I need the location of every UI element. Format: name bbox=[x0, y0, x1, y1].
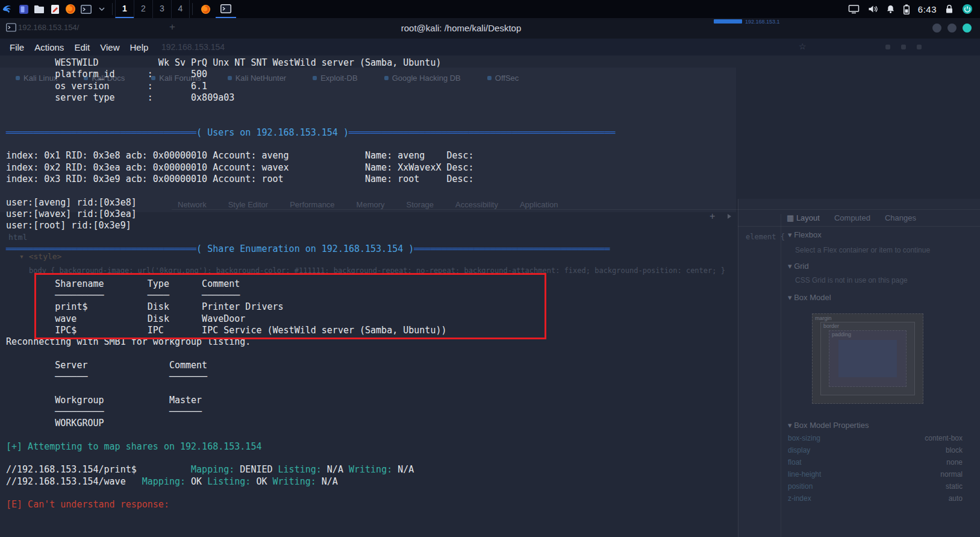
window-title: root@kali: /home/kali/Desktop bbox=[401, 23, 521, 33]
background-devtools-add-icon: + bbox=[710, 211, 715, 222]
annotation-box bbox=[34, 273, 546, 339]
box-model-content bbox=[838, 340, 897, 377]
property-name: float bbox=[788, 458, 802, 470]
background-box-model-properties: box-sizingcontent-boxdisplayblockfloatno… bbox=[788, 434, 963, 506]
property-value: auto bbox=[949, 494, 963, 506]
workspace-switcher: 1234 bbox=[115, 0, 190, 18]
background-box-model-diagram: margin border padding bbox=[812, 313, 923, 404]
minimize-button[interactable] bbox=[932, 24, 941, 33]
firefox-task-icon[interactable] bbox=[195, 0, 216, 18]
background-devtools-tab-layout: ▦ Layout bbox=[787, 213, 820, 222]
firefox-icon[interactable] bbox=[63, 0, 78, 18]
maximize-button[interactable] bbox=[947, 24, 957, 33]
property-name: z-index bbox=[788, 494, 811, 506]
clock[interactable]: 6:43 bbox=[918, 4, 937, 14]
terminal-line: Workgroup Master bbox=[6, 395, 615, 406]
terminal-launcher-icon[interactable] bbox=[78, 0, 94, 18]
property-value: content-box bbox=[925, 434, 963, 446]
terminal-line bbox=[6, 115, 615, 127]
background-grid-message: CSS Grid is not in use on this page bbox=[795, 276, 908, 284]
background-divider bbox=[781, 214, 781, 537]
screen-lock-icon[interactable] bbox=[945, 4, 953, 14]
background-extension-icon bbox=[901, 45, 906, 49]
terminal-line bbox=[6, 453, 615, 464]
power-icon[interactable] bbox=[962, 4, 973, 14]
box-model-padding: padding bbox=[829, 330, 907, 387]
terminal-line bbox=[6, 139, 615, 150]
terminal-line: Server Comment bbox=[6, 360, 615, 371]
terminal-line: WORKGROUP bbox=[6, 418, 615, 429]
terminal-window-icon bbox=[6, 23, 16, 32]
notifications-icon[interactable] bbox=[886, 4, 895, 14]
file-manager-icon[interactable] bbox=[31, 0, 47, 18]
terminal-line: user:[wavex] rid:[0x3ea] bbox=[6, 209, 615, 220]
background-devtools-tab-changes: Changes bbox=[885, 213, 916, 222]
terminal-line bbox=[6, 231, 615, 243]
background-box-model-property-row: z-indexauto bbox=[788, 494, 963, 506]
panel-divider bbox=[112, 3, 113, 15]
terminal-body[interactable]: Kali LinuxKali DocsKali ForumsKali NetHu… bbox=[0, 55, 980, 537]
terminal-line: os version : 6.1 bbox=[6, 81, 615, 92]
terminal-line: //192.168.153.154/wave Mapping: OK Listi… bbox=[6, 476, 615, 488]
volume-icon[interactable] bbox=[868, 5, 878, 13]
box-model-border: border bbox=[820, 322, 915, 395]
terminal-line: ────── ─────── bbox=[6, 371, 615, 383]
desktop-icon[interactable] bbox=[16, 0, 31, 18]
panel-divider bbox=[192, 3, 193, 15]
window-buttons bbox=[932, 24, 972, 33]
terminal-line: ═══════════════════════════════════( Use… bbox=[6, 127, 615, 139]
background-divider bbox=[738, 226, 980, 227]
background-extension-icon bbox=[917, 45, 922, 49]
terminal-line bbox=[6, 104, 615, 115]
terminal-line bbox=[6, 383, 615, 394]
background-grid-header: ▾ Grid bbox=[788, 262, 809, 271]
background-box-model-property-row: floatnone bbox=[788, 458, 963, 470]
terminal-line bbox=[6, 255, 615, 266]
terminal-line: [+] Attempting to map shares on 192.168.… bbox=[6, 441, 615, 453]
terminal-line: index: 0x3 RID: 0x3e9 acb: 0x00000010 Ac… bbox=[6, 174, 615, 185]
background-overlay-text: 192.168.153.1 bbox=[745, 19, 780, 25]
menu-edit[interactable]: Edit bbox=[74, 42, 90, 52]
workspace-3[interactable]: 3 bbox=[152, 0, 171, 18]
terminal-line: platform_id : 500 bbox=[6, 69, 615, 80]
background-extension-icon bbox=[885, 45, 890, 49]
text-editor-icon[interactable] bbox=[47, 0, 63, 18]
box-model-margin: margin bbox=[812, 313, 923, 404]
property-name: box-sizing bbox=[788, 434, 820, 446]
background-flexbox-message: Select a Flex container or item to conti… bbox=[795, 246, 930, 254]
background-box-model-property-row: line-heightnormal bbox=[788, 470, 963, 482]
close-button[interactable] bbox=[963, 24, 972, 33]
property-name: line-height bbox=[788, 470, 821, 482]
property-value: normal bbox=[940, 470, 963, 482]
menu-help[interactable]: Help bbox=[130, 42, 148, 52]
background-inspector-element-rule: element { bbox=[746, 233, 785, 241]
background-devtools-tab-computed: Computed bbox=[834, 213, 870, 222]
panel-status-area: 6:43 bbox=[848, 0, 980, 18]
property-name: position bbox=[788, 482, 813, 494]
property-value: static bbox=[946, 482, 963, 494]
terminal-task-icon[interactable] bbox=[216, 0, 236, 18]
workspace-4[interactable]: 4 bbox=[171, 0, 190, 18]
menu-actions[interactable]: Actions bbox=[34, 42, 64, 52]
terminal-line bbox=[6, 185, 615, 196]
kali-menu-icon[interactable] bbox=[0, 0, 16, 18]
terminal-titlebar[interactable]: 192.168.153.154/ + 192.168.153.1 root@ka… bbox=[0, 18, 980, 39]
background-box-model-property-row: positionstatic bbox=[788, 482, 963, 494]
display-icon[interactable] bbox=[848, 4, 860, 14]
battery-icon[interactable] bbox=[904, 4, 910, 14]
terminal-line: index: 0x1 RID: 0x3e8 acb: 0x00000010 Ac… bbox=[6, 150, 615, 162]
workspace-2[interactable]: 2 bbox=[134, 0, 152, 18]
kali-logo-icon bbox=[1, 2, 14, 16]
background-box-model-properties-header: ▾ Box Model Properties bbox=[788, 421, 869, 430]
property-value: block bbox=[946, 446, 963, 458]
background-browser-tab: 192.168.153.154/ bbox=[18, 23, 79, 32]
terminal-line bbox=[6, 488, 615, 499]
menu-view[interactable]: View bbox=[100, 42, 119, 52]
background-flexbox-header: ▾ Flexbox bbox=[788, 230, 822, 239]
terminal-dropdown-chevron-icon[interactable] bbox=[94, 0, 110, 18]
workspace-1[interactable]: 1 bbox=[115, 0, 134, 18]
background-devtools-picker-icon bbox=[728, 214, 731, 219]
terminal-line: WESTWILD Wk Sv PrQ Unx NT SNT WestWild s… bbox=[6, 57, 615, 69]
background-devtools-panel bbox=[738, 199, 980, 537]
terminal-line bbox=[6, 348, 615, 359]
